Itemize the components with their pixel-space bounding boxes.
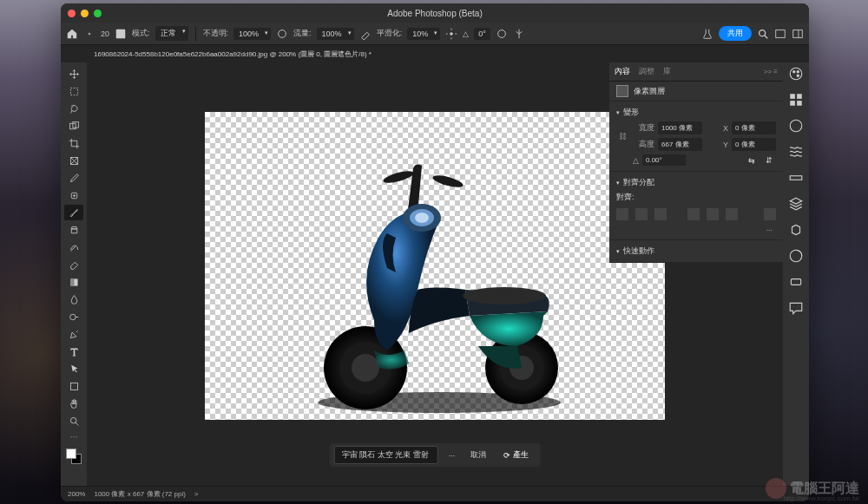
beaker-icon[interactable] (701, 28, 713, 40)
home-icon[interactable] (66, 28, 78, 40)
color-swatches[interactable] (66, 448, 82, 464)
panel-menu-icon[interactable] (792, 28, 804, 40)
type-tool[interactable] (64, 344, 83, 359)
x-input[interactable]: 0 像素 (732, 121, 776, 134)
close-window-button[interactable] (68, 10, 76, 17)
align-bottom-icon[interactable] (726, 208, 738, 220)
maximize-window-button[interactable] (94, 10, 102, 17)
brush-tool[interactable] (64, 205, 83, 220)
document-canvas[interactable] (205, 112, 665, 420)
align-center-v-icon[interactable] (707, 208, 719, 220)
adjustments-panel-icon[interactable] (788, 170, 804, 186)
flip-vertical-icon[interactable]: ⇵ (762, 156, 776, 165)
svg-point-4 (497, 29, 505, 37)
selection-tool[interactable] (64, 118, 83, 134)
opacity-dropdown[interactable]: 100% (233, 28, 271, 40)
airbrush-icon[interactable] (359, 28, 372, 40)
gradients-panel-icon[interactable] (788, 118, 804, 134)
gradient-tool[interactable] (64, 274, 83, 290)
align-top-icon[interactable] (687, 208, 700, 220)
align-left-icon[interactable] (616, 208, 628, 220)
search-icon[interactable] (757, 28, 769, 40)
blend-mode-dropdown[interactable]: 正常 (155, 26, 188, 41)
mode-label: 模式: (132, 28, 150, 39)
share-button[interactable]: 共用 (719, 26, 752, 41)
pressure-opacity-icon[interactable] (276, 28, 288, 40)
width-input[interactable]: 1000 像素 (658, 121, 702, 134)
pressure-size-icon[interactable] (496, 28, 508, 40)
frame-tool[interactable] (64, 153, 83, 168)
align-more[interactable]: ··· (616, 224, 776, 236)
patterns-panel-icon[interactable] (788, 144, 804, 160)
smooth-options-icon[interactable] (445, 28, 457, 40)
marquee-tool[interactable] (64, 83, 83, 99)
generate-button[interactable]: ⟳產生 (496, 447, 536, 463)
svg-rect-37 (790, 101, 795, 106)
eraser-tool[interactable] (64, 257, 83, 272)
cancel-button[interactable]: 取消 (465, 447, 491, 463)
lasso-tool[interactable] (64, 101, 83, 116)
workspace-icon[interactable] (774, 28, 786, 40)
clone-stamp-tool[interactable] (64, 222, 83, 238)
paths-panel-icon[interactable] (788, 274, 804, 290)
path-selection-tool[interactable] (64, 361, 83, 376)
angle-value[interactable]: 0° (474, 28, 490, 40)
distribute-icon[interactable] (764, 208, 776, 220)
comments-panel-icon[interactable] (788, 300, 804, 316)
align-center-h-icon[interactable] (635, 208, 648, 220)
zoom-tool[interactable] (64, 413, 83, 429)
angle-label: △ (616, 156, 639, 165)
transform-header[interactable]: 變形 (616, 105, 776, 120)
align-header[interactable]: 對齊分配 (616, 175, 776, 190)
tab-library[interactable]: 庫 (663, 66, 671, 77)
width-label: 寬度 (632, 122, 654, 134)
crop-tool[interactable] (64, 135, 83, 151)
svg-rect-38 (797, 101, 802, 106)
svg-rect-35 (790, 94, 795, 99)
height-input[interactable]: 667 像素 (658, 138, 702, 151)
status-chevron-icon[interactable]: > (194, 490, 199, 498)
libraries-panel-icon[interactable] (788, 222, 804, 238)
brush-preset-icon[interactable] (83, 28, 95, 40)
history-brush-tool[interactable] (64, 239, 83, 255)
brush-size-value[interactable]: 20 (101, 29, 109, 38)
color-panel-icon[interactable] (788, 66, 804, 82)
healing-tool[interactable] (64, 187, 83, 203)
brush-panel-icon[interactable] (115, 28, 127, 40)
status-bar: 200% 1000 像素 x 667 像素 (72 ppi) > (61, 486, 809, 501)
hand-tool[interactable] (64, 396, 83, 411)
move-tool[interactable] (64, 66, 83, 82)
svg-rect-36 (797, 94, 802, 99)
link-dimensions-icon[interactable]: ⛓ (616, 124, 628, 148)
doc-info: 1000 像素 x 667 像素 (72 ppi) (94, 489, 185, 499)
tab-adjust[interactable]: 調整 (639, 66, 654, 77)
flip-horizontal-icon[interactable]: ⇆ (745, 156, 759, 165)
foreground-color[interactable] (66, 448, 76, 459)
dodge-tool[interactable] (64, 309, 83, 324)
smooth-dropdown[interactable]: 10% (407, 28, 440, 40)
swatches-panel-icon[interactable] (788, 92, 804, 108)
align-right-icon[interactable] (654, 208, 667, 220)
channels-panel-icon[interactable] (788, 248, 804, 264)
align-label: 對齊: (616, 192, 635, 203)
options-bar: 20 模式: 正常 不透明: 100% 流量: 100% 平滑化: 10% △ … (61, 23, 809, 45)
more-options-button[interactable]: ··· (444, 448, 461, 462)
zoom-level[interactable]: 200% (68, 490, 85, 498)
angle-input[interactable]: 0.00° (642, 154, 686, 166)
quick-actions-header[interactable]: 快速動作 (616, 244, 776, 259)
svg-point-21 (352, 354, 379, 382)
flow-dropdown[interactable]: 100% (317, 28, 354, 40)
panel-collapse-button[interactable]: >> ≡ (764, 68, 778, 75)
layers-panel-icon[interactable] (788, 196, 804, 212)
shape-tool[interactable] (64, 378, 83, 394)
symmetry-icon[interactable] (513, 28, 525, 40)
y-input[interactable]: 0 像素 (732, 138, 776, 151)
blur-tool[interactable] (64, 291, 83, 307)
prompt-input[interactable]: 宇宙 隕石 太空 光束 雷射 (334, 446, 438, 464)
edit-toolbar[interactable]: ··· (70, 432, 77, 442)
minimize-window-button[interactable] (81, 10, 89, 17)
tab-content[interactable]: 內容 (615, 66, 630, 77)
document-tab[interactable]: 1690862024-5d558b120e0fa5e622b6aa002a92d… (87, 47, 378, 62)
eyedropper-tool[interactable] (64, 170, 83, 186)
pen-tool[interactable] (64, 326, 83, 342)
